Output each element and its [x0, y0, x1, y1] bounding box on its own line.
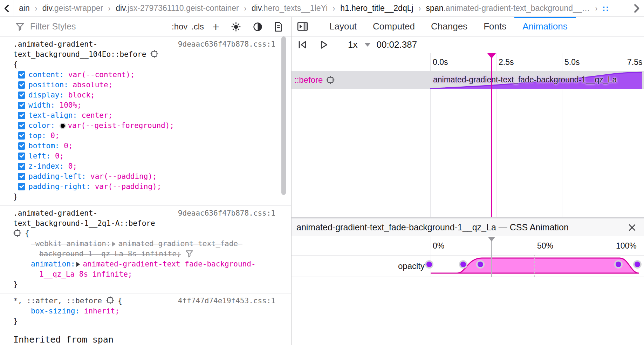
css-property-row[interactable]: text-align: center;	[13, 110, 275, 121]
dark-scheme-simulation-button[interactable]	[253, 17, 262, 36]
dock-sidebar-icon	[297, 22, 308, 31]
css-property-row[interactable]: content: var(--content);	[13, 70, 275, 80]
stylesheet-source-link[interactable]: 9deaac636f47b878.css:1	[178, 39, 275, 49]
breadcrumb-separator: ›	[244, 4, 246, 13]
styles-scrollbar-thumb[interactable]	[281, 36, 286, 195]
timeline-tick: 7.5s	[627, 58, 642, 67]
breadcrumb-separator: ›	[333, 4, 335, 13]
rewind-button[interactable]	[297, 40, 308, 50]
highlight-target-icon[interactable]	[106, 296, 114, 304]
breadcrumb-item-pseudo-before[interactable]: ::	[603, 4, 609, 13]
rules-list: .animated-gradient- text_background__104…	[0, 37, 291, 345]
breadcrumb-scroll-right-button[interactable]	[629, 0, 644, 16]
styles-panel: :hov .cls + .animated-gradient- text_bac…	[0, 17, 291, 345]
chevron-down-icon[interactable]	[364, 43, 371, 47]
animation-track-row[interactable]: ::before animated-gradient-text_fade-bac…	[292, 71, 644, 89]
animation-target-label[interactable]: ::before	[294, 75, 335, 85]
keyframe-marker-0pct[interactable]	[425, 260, 433, 269]
keyframes-tick: 0%	[433, 241, 444, 251]
property-checkbox[interactable]	[18, 183, 25, 190]
keyframes-property-label: opacity	[379, 261, 425, 271]
css-property-row[interactable]: position: absolute;	[13, 80, 275, 90]
breadcrumb-item-main[interactable]: ain	[19, 4, 30, 13]
property-checkbox[interactable]	[18, 71, 25, 79]
filter-funnel-icon	[15, 22, 25, 31]
pseudo-class-hover-button[interactable]: :hov	[172, 17, 187, 36]
chevron-left-icon	[2, 4, 12, 13]
property-checkbox[interactable]	[18, 81, 25, 89]
breadcrumb-item-hero-title[interactable]: h1.hero_title__2dqLj	[340, 4, 413, 13]
tab-computed[interactable]: Computed	[365, 17, 423, 36]
tab-layout[interactable]: Layout	[321, 17, 365, 36]
breadcrumb-item-geist-wrapper[interactable]: div.geist-wrapper	[42, 4, 103, 13]
play-button[interactable]	[319, 40, 329, 50]
light-scheme-simulation-button[interactable]	[231, 17, 241, 36]
property-checkbox[interactable]	[18, 163, 25, 170]
expand-shorthand-icon[interactable]	[112, 242, 116, 246]
tab-fonts[interactable]: Fonts	[475, 17, 514, 36]
stylesheet-source-link[interactable]: 9deaac636f47b878.css:1	[178, 208, 275, 218]
css-property-row-overridden[interactable]: -webkit-animation:animated-gradient-text…	[13, 239, 275, 259]
filter-styles-input[interactable]	[30, 21, 135, 32]
playback-rate-select[interactable]: 1x	[348, 39, 357, 50]
overridden-filter-icon[interactable]	[185, 250, 193, 258]
breadcrumb-separator: ›	[418, 4, 420, 13]
animations-panel: Layout Computed Changes Fonts Animations…	[292, 17, 644, 345]
css-property-row[interactable]: left: 0;	[13, 151, 275, 161]
highlight-target-icon[interactable]	[150, 50, 158, 58]
breadcrumb-item-gradient-span[interactable]: span.animated-gradient-text_background__…	[426, 4, 590, 13]
tab-animations[interactable]: Animations	[514, 17, 576, 36]
sidebar-tabbar: Layout Computed Changes Fonts Animations	[292, 17, 644, 36]
property-checkbox[interactable]	[18, 102, 25, 109]
color-swatch[interactable]	[60, 123, 66, 129]
breadcrumb-item-geist-container[interactable]: div.jsx-2797361110.geist-container	[116, 4, 239, 13]
property-checkbox[interactable]	[18, 173, 25, 180]
rule-selector[interactable]: *, ::after, ::before{	[13, 296, 122, 306]
timeline-scrubber-handle[interactable]	[487, 53, 496, 59]
breadcrumb-item-hero-texts[interactable]: div.hero_texts__1leYi	[252, 4, 328, 13]
rule-selector[interactable]: .animated-gradient- text_background-1__2…	[13, 208, 155, 229]
property-checkbox[interactable]	[18, 112, 25, 119]
close-detail-button[interactable]	[627, 223, 637, 232]
css-property-row[interactable]: display: block;	[13, 90, 275, 100]
css-property-row[interactable]: width: 100%;	[13, 100, 275, 110]
play-icon	[319, 40, 329, 50]
property-checkbox[interactable]	[18, 153, 25, 160]
styles-toolbar: :hov .cls +	[0, 17, 291, 36]
class-toggle-button[interactable]: .cls	[191, 17, 204, 36]
css-property-row[interactable]: z-index: 0;	[13, 161, 275, 171]
expand-sidebar-button[interactable]	[297, 22, 308, 31]
highlight-target-icon[interactable]	[326, 76, 335, 84]
filter-styles-box[interactable]	[0, 21, 291, 32]
css-property-row[interactable]: bottom: 0;	[13, 141, 275, 151]
property-checkbox[interactable]	[18, 122, 25, 129]
css-property-row[interactable]: animation:animated-gradient-text_fade-ba…	[13, 259, 275, 279]
add-rule-button[interactable]: +	[212, 17, 219, 36]
print-simulation-button[interactable]	[274, 17, 283, 36]
property-checkbox[interactable]	[18, 132, 25, 140]
css-property-row[interactable]: box-sizing: inherit;	[13, 306, 275, 316]
keyframe-marker-91pct[interactable]	[614, 260, 623, 269]
keyframe-marker-25pct[interactable]	[476, 260, 485, 269]
keyframes-scrubber-handle[interactable]	[488, 237, 495, 242]
css-property-row[interactable]: top: 0;	[13, 131, 275, 141]
expand-shorthand-icon[interactable]	[76, 262, 80, 267]
panel-divider[interactable]	[291, 17, 292, 345]
rewind-icon	[297, 40, 308, 50]
property-checkbox[interactable]	[18, 92, 25, 99]
css-property-row-color[interactable]: color: var(--geist-foreground);	[13, 121, 275, 131]
animation-toolbar: 1x 00:02.387	[292, 36, 644, 53]
tab-changes[interactable]: Changes	[423, 17, 475, 36]
stylesheet-source-link[interactable]: 4ff747d74e19f453.css:1	[178, 296, 275, 306]
timeline-scrubber-line[interactable]	[491, 53, 492, 217]
keyframes-scrubber-line[interactable]	[491, 241, 492, 277]
breadcrumb-scroll-left-button[interactable]	[0, 0, 14, 16]
css-property-row[interactable]: padding-left: var(--padding);	[13, 171, 275, 182]
breadcrumb-separator: ›	[35, 4, 37, 13]
keyframe-marker-16pct[interactable]	[459, 260, 467, 269]
property-checkbox[interactable]	[18, 142, 25, 150]
highlight-target-icon[interactable]	[13, 229, 21, 237]
rule-selector[interactable]: .animated-gradient- text_background__104…	[13, 39, 158, 60]
css-property-row[interactable]: padding-right: var(--padding);	[13, 182, 275, 192]
keyframe-marker-100pct[interactable]	[633, 260, 642, 269]
